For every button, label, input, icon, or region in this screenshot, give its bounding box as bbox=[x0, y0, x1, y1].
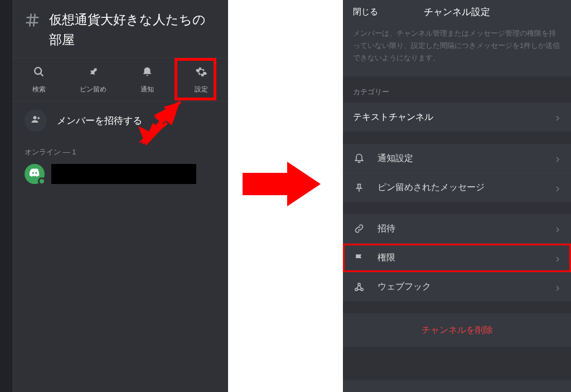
webhook-icon bbox=[353, 281, 365, 293]
item-notification-label: 通知設定 bbox=[378, 153, 554, 164]
chevron-right-icon bbox=[554, 284, 561, 291]
spacer bbox=[343, 132, 571, 144]
item-permissions-label: 権限 bbox=[378, 252, 554, 264]
tab-notify-label: 通知 bbox=[141, 85, 154, 94]
settings-title: チャンネル設定 bbox=[424, 6, 490, 18]
tab-settings[interactable]: 設定 bbox=[174, 58, 228, 101]
channel-action-tabs: 検索 ピン留め 通知 設定 bbox=[12, 57, 228, 101]
item-invite-label: 招待 bbox=[378, 223, 554, 235]
svg-point-0 bbox=[35, 67, 42, 74]
search-icon bbox=[33, 66, 45, 80]
item-webhook[interactable]: ウェブフック bbox=[343, 272, 571, 301]
svg-line-1 bbox=[41, 74, 43, 76]
bell-icon bbox=[141, 66, 153, 80]
settings-header: 閉じる チャンネル設定 bbox=[343, 0, 571, 24]
item-pinned-messages[interactable]: ピン留めされたメッセージ bbox=[343, 173, 571, 202]
gear-icon bbox=[195, 66, 207, 80]
settings-group-category: テキストチャンネル bbox=[343, 103, 571, 132]
invite-members-row[interactable]: メンバーを招待する bbox=[12, 101, 228, 139]
chevron-right-icon bbox=[554, 225, 561, 232]
pin-icon bbox=[87, 66, 99, 80]
status-online-icon bbox=[38, 177, 46, 185]
member-name-redacted bbox=[51, 164, 196, 184]
item-invite[interactable]: 招待 bbox=[343, 214, 571, 243]
tab-pin[interactable]: ピン留め bbox=[66, 58, 120, 101]
bell-outline-icon bbox=[353, 152, 365, 164]
channel-sidebar-panel: 仮想通貨大好きな人たちの部屋 検索 ピン留め 通知 bbox=[0, 0, 228, 392]
add-person-icon bbox=[31, 114, 41, 127]
item-notification-settings[interactable]: 通知設定 bbox=[343, 144, 571, 173]
hash-icon bbox=[25, 12, 40, 28]
chevron-right-icon bbox=[554, 114, 561, 120]
tab-pin-label: ピン留め bbox=[80, 85, 107, 94]
channel-settings-panel: 閉じる チャンネル設定 メンバーは、チャンネル管理またはメッセージ管理の権限を持… bbox=[343, 0, 571, 392]
category-label: カテゴリー bbox=[343, 77, 571, 103]
member-row[interactable] bbox=[12, 161, 228, 187]
item-text-channel[interactable]: テキストチャンネル bbox=[343, 103, 571, 132]
link-icon bbox=[353, 222, 365, 235]
settings-group-management: 招待 権限 ウェブフック bbox=[343, 214, 571, 301]
close-button[interactable]: 閉じる bbox=[353, 7, 378, 17]
annotation-arrow-between-panels bbox=[243, 162, 321, 206]
spacer bbox=[343, 202, 571, 214]
svg-point-2 bbox=[33, 116, 37, 119]
server-rail bbox=[0, 0, 12, 392]
channel-sidebar-main: 仮想通貨大好きな人たちの部屋 検索 ピン留め 通知 bbox=[12, 0, 228, 392]
item-webhook-label: ウェブフック bbox=[378, 281, 554, 293]
tab-settings-label: 設定 bbox=[195, 85, 208, 94]
item-text-channel-label: テキストチャンネル bbox=[353, 112, 554, 123]
invite-avatar bbox=[25, 109, 47, 132]
tab-notify[interactable]: 通知 bbox=[120, 58, 175, 101]
svg-marker-5 bbox=[243, 162, 321, 206]
chevron-right-icon bbox=[554, 255, 561, 262]
invite-members-label: メンバーを招待する bbox=[57, 114, 142, 127]
flag-icon bbox=[353, 252, 365, 264]
bottom-spacer bbox=[343, 347, 571, 380]
settings-group-notifications: 通知設定 ピン留めされたメッセージ bbox=[343, 144, 571, 202]
delete-channel-button[interactable]: チャンネルを削除 bbox=[343, 313, 571, 347]
item-pinned-label: ピン留めされたメッセージ bbox=[378, 182, 554, 193]
item-permissions[interactable]: 権限 bbox=[343, 243, 571, 272]
chevron-right-icon bbox=[554, 185, 561, 191]
channel-title: 仮想通貨大好きな人たちの部屋 bbox=[49, 10, 216, 50]
member-avatar bbox=[25, 164, 45, 184]
pin-outline-icon bbox=[353, 182, 365, 194]
channel-header: 仮想通貨大好きな人たちの部屋 bbox=[12, 0, 228, 57]
tab-search-label: 検索 bbox=[32, 85, 46, 94]
chevron-right-icon bbox=[554, 155, 561, 162]
tab-search[interactable]: 検索 bbox=[12, 58, 66, 101]
online-section-label: オンライン — 1 bbox=[12, 139, 228, 161]
settings-description: メンバーは、チャンネル管理またはメッセージ管理の権限を持っていない限り、設定した… bbox=[343, 24, 571, 77]
delete-channel-label: チャンネルを削除 bbox=[422, 325, 493, 336]
